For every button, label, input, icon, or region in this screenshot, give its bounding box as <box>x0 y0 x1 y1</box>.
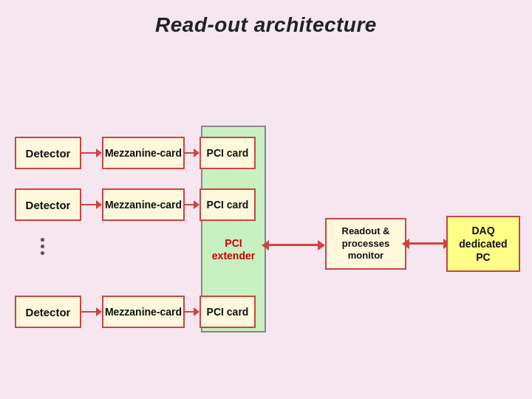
row-3: Detector Mezzanine-card PCI card <box>15 296 256 328</box>
row-1: Detector Mezzanine-card PCI card <box>15 137 256 169</box>
daq-box: DAQdedicatedPC <box>446 216 520 272</box>
arrow-det2-mezz2 <box>81 200 102 209</box>
pci-card-label-2: PCI card <box>207 199 249 211</box>
detector-label-1: Detector <box>26 147 71 160</box>
mezzanine-label-1: Mezzanine-card <box>105 147 182 159</box>
detector-box-2: Detector <box>15 188 81 221</box>
detector-label-2: Detector <box>26 199 71 211</box>
detector-box-1: Detector <box>15 137 81 169</box>
mezzanine-box-3: Mezzanine-card <box>102 296 185 328</box>
pci-card-box-1: PCI card <box>200 137 256 169</box>
mezzanine-box-1: Mezzanine-card <box>102 137 185 169</box>
arrow-readout-daq-line <box>408 242 445 245</box>
mezzanine-label-3: Mezzanine-card <box>105 306 182 318</box>
dot-2 <box>41 245 44 248</box>
detector-label-3: Detector <box>26 306 71 318</box>
pci-card-box-2: PCI card <box>200 188 256 221</box>
double-arrow-line-1 <box>267 244 319 246</box>
detector-box-3: Detector <box>15 296 81 328</box>
readout-box: Readout &processesmonitor <box>325 218 406 270</box>
readout-label: Readout &processesmonitor <box>342 225 390 263</box>
arrow-det1-mezz1 <box>81 149 102 157</box>
pci-card-box-3: PCI card <box>200 296 256 328</box>
mezzanine-label-2: Mezzanine-card <box>105 199 182 211</box>
arrow-det3-mezz3 <box>81 307 102 316</box>
arrow-readout-daq <box>408 242 445 245</box>
mezzanine-box-2: Mezzanine-card <box>102 188 185 221</box>
pci-card-label-1: PCI card <box>207 147 249 159</box>
arrow-mezz2-pci2 <box>185 200 200 209</box>
pci-card-label-3: PCI card <box>207 306 249 318</box>
pci-extender-box: PCIextender <box>208 231 259 268</box>
row-2: Detector Mezzanine-card PCI card <box>15 188 256 221</box>
main-area: Detector Mezzanine-card PCI card Detecto… <box>0 52 532 392</box>
dots-area <box>41 238 44 255</box>
dot-3 <box>41 251 44 255</box>
pci-extender-label: PCIextender <box>212 237 255 262</box>
arrow-mezz1-pci1 <box>185 149 200 157</box>
arrow-mezz3-pci3 <box>185 307 200 316</box>
daq-label: DAQdedicatedPC <box>459 224 507 265</box>
page-title: Read-out architecture <box>0 0 532 37</box>
arrow-pci-readout <box>267 244 319 246</box>
dot-1 <box>41 238 44 242</box>
